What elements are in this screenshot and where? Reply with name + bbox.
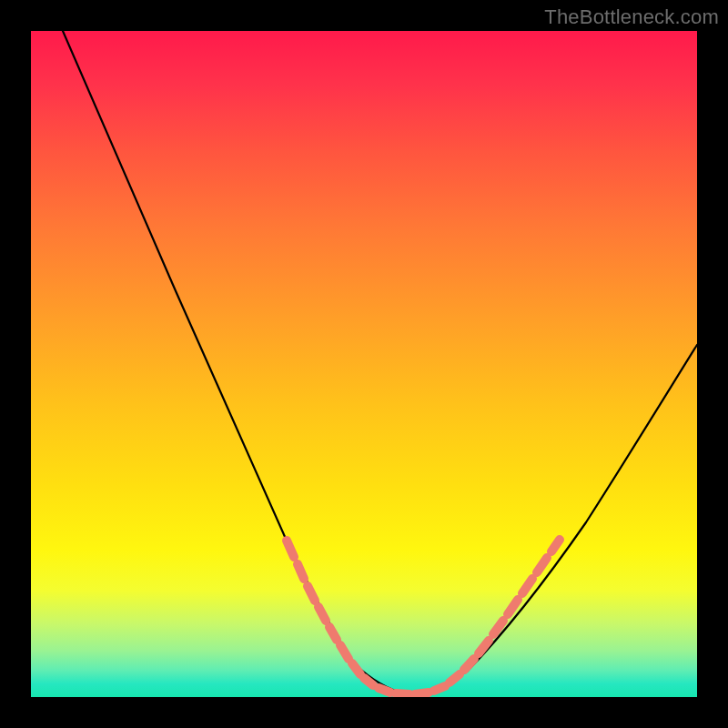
svg-line-11: [434, 686, 445, 691]
svg-line-5: [340, 645, 349, 659]
svg-line-6: [352, 663, 360, 674]
svg-line-18: [537, 558, 547, 572]
svg-line-19: [551, 540, 560, 551]
svg-line-13: [464, 659, 474, 670]
watermark-text: TheBottleneck.com: [544, 5, 719, 29]
svg-line-3: [318, 607, 326, 621]
svg-line-9: [396, 693, 410, 694]
svg-line-14: [479, 641, 489, 653]
bottleneck-curve: [63, 31, 697, 694]
svg-line-2: [308, 586, 315, 601]
salmon-highlight-right: [450, 540, 560, 682]
svg-line-7: [364, 678, 373, 685]
svg-line-16: [508, 600, 518, 614]
chart-plot-area: [31, 31, 697, 697]
svg-line-12: [450, 674, 460, 682]
salmon-highlight-bottom: [379, 686, 445, 694]
svg-line-1: [298, 564, 304, 579]
svg-line-17: [522, 579, 532, 593]
chart-svg: [31, 31, 697, 697]
svg-line-4: [329, 627, 337, 640]
svg-line-8: [379, 688, 390, 693]
svg-line-0: [287, 541, 294, 557]
svg-line-10: [415, 693, 429, 694]
salmon-highlight-left: [287, 541, 373, 685]
